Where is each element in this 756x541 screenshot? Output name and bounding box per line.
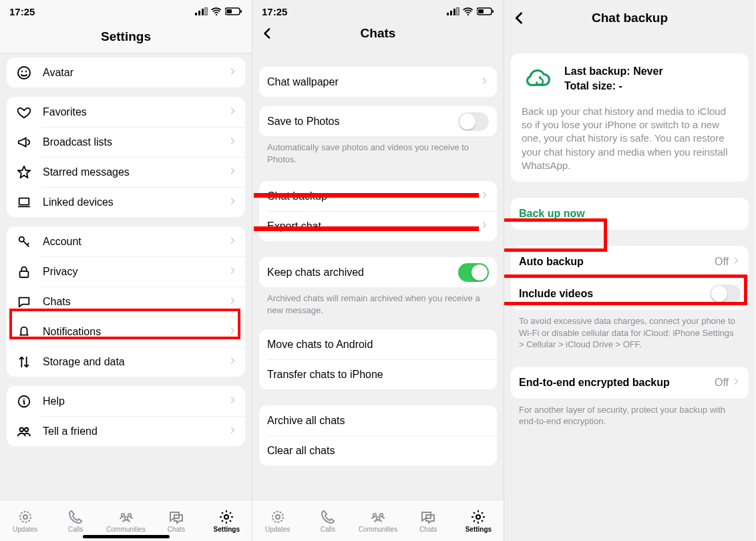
settings-row-starred[interactable]: Starred messages	[7, 157, 245, 187]
page-title: Chat backup	[592, 11, 668, 25]
row-label: Tell a friend	[43, 425, 229, 437]
key-icon	[15, 232, 33, 251]
chats-row-wallpaper[interactable]: Chat wallpaper	[259, 67, 497, 97]
nav-header: Chat backup	[504, 1, 755, 35]
settings-icon	[218, 509, 234, 525]
row-label: Privacy	[43, 266, 229, 278]
include-videos-toggle[interactable]	[710, 285, 741, 303]
chats-group-move: Move chats to Android Transfer chats to …	[259, 329, 497, 389]
chats-row-move-android[interactable]: Move chats to Android	[259, 329, 497, 359]
settings-row-avatar[interactable]: Avatar	[7, 57, 245, 87]
battery-icon	[477, 7, 494, 16]
row-label: Chats	[43, 296, 229, 308]
tab-settings[interactable]: Settings	[202, 500, 252, 541]
backup-actions-group: Back up now	[511, 198, 749, 230]
tab-settings[interactable]: Settings	[453, 500, 504, 541]
tab-communities[interactable]: Communities	[353, 500, 403, 541]
chevron-right-icon	[481, 218, 489, 234]
row-label: Back up now	[519, 208, 741, 220]
chevron-right-icon	[733, 375, 741, 391]
auto-backup-value: Off	[715, 256, 729, 268]
chats-row-clear-all[interactable]: Clear all chats	[259, 435, 497, 466]
cloud-icon	[522, 64, 554, 91]
chats-icon	[420, 509, 436, 525]
chats-group-backup: Chat backup Export chat	[259, 181, 497, 241]
settings-row-account[interactable]: Account	[7, 226, 245, 256]
communities-icon	[118, 509, 134, 525]
backup-status-row: Last backup: Never Total size: -	[511, 53, 749, 105]
tab-calls[interactable]: Calls	[303, 500, 353, 541]
chevron-right-icon	[229, 354, 237, 370]
home-indicator	[83, 535, 170, 538]
heart-icon	[15, 103, 33, 122]
backup-options-group: Auto backup Off Include videos	[511, 246, 749, 310]
highlight-chat-backup-bottom	[254, 226, 479, 231]
status-bar: 17:25	[0, 0, 252, 20]
row-label: Archive all chats	[267, 415, 489, 427]
tab-updates[interactable]: Updates	[0, 500, 50, 541]
chats-row-keep-archived[interactable]: Keep chats archived	[259, 257, 497, 287]
backup-info-card: Last backup: Never Total size: - Back up…	[511, 53, 749, 182]
chats-group-save-photos: Save to Photos	[259, 106, 497, 136]
e2e-backup-row[interactable]: End-to-end encrypted backup Off	[511, 367, 749, 399]
settings-group-lists: Favorites Broadcast lists Starred messag…	[7, 97, 245, 217]
row-label: Storage and data	[43, 356, 229, 368]
chevron-right-icon	[481, 74, 489, 90]
chats-row-save-photos[interactable]: Save to Photos	[259, 106, 497, 136]
chats-group-bulk: Archive all chats Clear all chats	[259, 405, 497, 466]
signal-icon	[194, 7, 208, 15]
e2e-group: End-to-end encrypted backup Off	[511, 367, 749, 399]
row-label: Auto backup	[519, 256, 715, 268]
chats-group-archive: Keep chats archived	[259, 257, 497, 287]
include-videos-row[interactable]: Include videos	[511, 278, 749, 310]
back-button[interactable]	[256, 23, 276, 43]
row-label: Move chats to Android	[267, 339, 489, 351]
chevron-right-icon	[229, 294, 237, 310]
settings-row-storage[interactable]: Storage and data	[7, 347, 245, 377]
lock-icon	[15, 262, 33, 281]
settings-row-linked-devices[interactable]: Linked devices	[7, 187, 245, 217]
star-icon	[15, 163, 33, 182]
chevron-right-icon	[733, 254, 741, 270]
wifi-icon	[210, 6, 222, 17]
save-photos-footer: Automatically save photos and videos you…	[267, 142, 489, 165]
settings-row-tell-friend[interactable]: Tell a friend	[7, 416, 245, 446]
save-photos-toggle[interactable]	[458, 112, 489, 131]
status-time: 17:25	[262, 6, 287, 17]
settings-row-help[interactable]: Help	[7, 386, 245, 416]
settings-row-privacy[interactable]: Privacy	[7, 256, 245, 287]
settings-row-broadcast[interactable]: Broadcast lists	[7, 127, 245, 157]
tab-chats[interactable]: Chats	[403, 500, 453, 541]
info-icon	[15, 392, 33, 411]
people-icon	[15, 422, 33, 441]
tab-updates[interactable]: Updates	[252, 500, 303, 541]
keep-archived-toggle[interactable]	[458, 263, 489, 282]
calls-icon	[67, 509, 83, 525]
row-label: Transfer chats to iPhone	[267, 369, 489, 381]
chats-row-archive-all[interactable]: Archive all chats	[259, 405, 497, 435]
row-label: Avatar	[43, 67, 229, 79]
settings-group-help: Help Tell a friend	[7, 386, 245, 446]
calls-icon	[320, 509, 336, 525]
updates-icon	[270, 509, 286, 525]
page-title: Chats	[361, 26, 396, 41]
highlight-chat-backup-top	[254, 193, 479, 198]
wifi-icon	[462, 6, 474, 17]
row-label: Keep chats archived	[267, 266, 458, 279]
settings-row-favorites[interactable]: Favorites	[7, 97, 245, 127]
chats-row-transfer-iphone[interactable]: Transfer chats to iPhone	[259, 359, 497, 389]
tab-bar: Updates Calls Communities Chats Settings	[252, 500, 504, 541]
backup-description: Back up your chat history and media to i…	[511, 105, 749, 182]
row-label: Clear all chats	[267, 445, 489, 457]
auto-backup-row[interactable]: Auto backup Off	[511, 246, 749, 278]
chats-settings-screen: 17:25 Chats Chat wallpaper Save to Photo…	[252, 0, 504, 541]
chevron-right-icon	[229, 423, 237, 439]
highlight-chats-row	[9, 309, 240, 339]
row-label: Help	[43, 395, 229, 407]
row-label: Save to Photos	[267, 116, 458, 128]
chevron-right-icon	[229, 104, 237, 120]
row-label: Broadcast lists	[43, 136, 229, 148]
back-button[interactable]	[508, 8, 528, 28]
backup-now-button[interactable]: Back up now	[511, 198, 749, 230]
avatar-icon	[15, 63, 33, 82]
